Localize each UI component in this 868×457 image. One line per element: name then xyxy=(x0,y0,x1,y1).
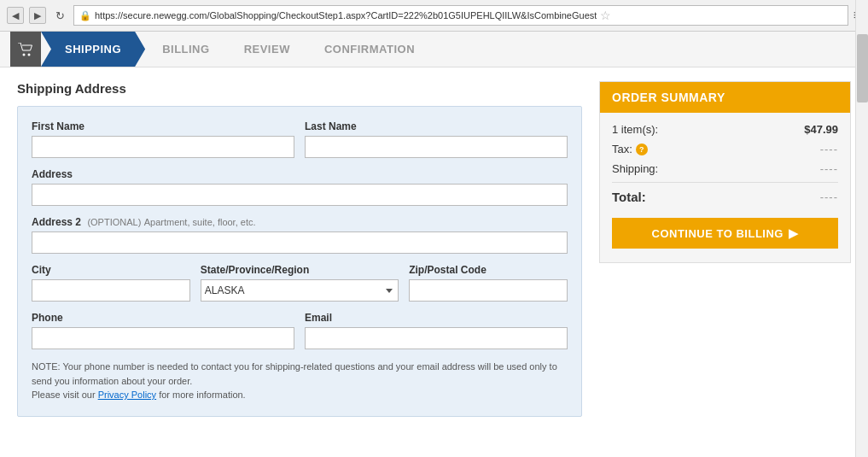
last-name-label: Last Name xyxy=(305,120,568,132)
email-group: Email xyxy=(305,312,568,349)
state-group: State/Province/Region ALASKA ALABAMA ARI… xyxy=(201,264,399,302)
address2-label: Address 2 (OPTIONAL) Apartment, suite, f… xyxy=(32,216,568,228)
email-label: Email xyxy=(305,312,568,324)
city-label: City xyxy=(32,264,190,276)
state-select[interactable]: ALASKA ALABAMA ARIZONA ARKANSAS CALIFORN… xyxy=(201,279,399,302)
cart-icon xyxy=(10,32,41,67)
checkout-steps: SHIPPING BILLING REVIEW CONFIRMATION xyxy=(0,32,868,67)
address-input[interactable] xyxy=(32,184,568,206)
address-bar[interactable]: 🔒 https://secure.newegg.com/GlobalShoppi… xyxy=(73,5,848,26)
page-wrapper: ◀ ▶ ↻ 🔒 https://secure.newegg.com/Global… xyxy=(0,0,868,457)
step-confirmation[interactable]: CONFIRMATION xyxy=(307,32,432,67)
zip-label: Zip/Postal Code xyxy=(409,264,568,276)
name-row: First Name Last Name xyxy=(32,120,568,158)
city-state-zip-row: City State/Province/Region ALASKA ALABAM… xyxy=(32,264,568,302)
first-name-input[interactable] xyxy=(32,136,294,158)
address-label: Address xyxy=(32,168,568,180)
first-name-label: First Name xyxy=(32,120,294,132)
tax-value: ---- xyxy=(820,143,838,155)
address-row: Address xyxy=(32,168,568,206)
url-text: https://secure.newegg.com/GlobalShopping… xyxy=(95,10,597,21)
phone-group: Phone xyxy=(32,312,294,349)
lock-icon: 🔒 xyxy=(79,10,91,21)
address2-row: Address 2 (OPTIONAL) Apartment, suite, f… xyxy=(32,216,568,254)
first-name-group: First Name xyxy=(32,120,294,158)
total-value: ---- xyxy=(820,190,838,203)
last-name-group: Last Name xyxy=(305,120,568,158)
order-summary-box: ORDER SUMMARY 1 item(s): $47.99 Tax: ? -… xyxy=(599,81,851,263)
shipping-form-section: Shipping Address First Name Last Name xyxy=(17,81,582,417)
city-group: City xyxy=(32,264,190,302)
last-name-input[interactable] xyxy=(305,136,568,158)
section-title: Shipping Address xyxy=(17,81,582,96)
browser-bar: ◀ ▶ ↻ 🔒 https://secure.newegg.com/Global… xyxy=(0,0,868,32)
phone-email-row: Phone Email xyxy=(32,312,568,349)
step-billing[interactable]: BILLING xyxy=(145,32,227,67)
shipping-label: Shipping: xyxy=(612,162,658,175)
form-container: First Name Last Name Address xyxy=(17,106,582,417)
items-label: 1 item(s): xyxy=(612,123,658,136)
main-content: Shipping Address First Name Last Name xyxy=(0,67,868,431)
continue-to-billing-button[interactable]: CONTINUE TO BILLING ▶ xyxy=(612,218,838,249)
note-text: NOTE: Your phone number is needed to con… xyxy=(32,360,568,402)
back-button[interactable]: ◀ xyxy=(7,7,24,24)
state-label: State/Province/Region xyxy=(201,264,399,276)
summary-divider xyxy=(612,182,838,183)
tax-label: Tax: ? xyxy=(612,143,648,155)
address-group: Address xyxy=(32,168,568,206)
order-summary-section: ORDER SUMMARY 1 item(s): $47.99 Tax: ? -… xyxy=(599,81,851,417)
step-review[interactable]: REVIEW xyxy=(227,32,307,67)
address2-group: Address 2 (OPTIONAL) Apartment, suite, f… xyxy=(32,216,568,254)
tax-info-icon[interactable]: ? xyxy=(636,144,648,155)
tax-row: Tax: ? ---- xyxy=(612,143,838,155)
step-shipping[interactable]: SHIPPING xyxy=(41,32,145,67)
refresh-button[interactable]: ↻ xyxy=(51,7,68,24)
phone-input[interactable] xyxy=(32,327,294,349)
city-input[interactable] xyxy=(32,279,190,302)
scrollbar-thumb[interactable] xyxy=(857,34,868,103)
order-summary-header: ORDER SUMMARY xyxy=(600,82,850,113)
svg-point-1 xyxy=(28,53,31,56)
total-row: Total: ---- xyxy=(612,190,838,204)
privacy-policy-link[interactable]: Privacy Policy xyxy=(98,390,156,400)
total-label: Total: xyxy=(612,190,646,204)
bookmark-icon[interactable]: ☆ xyxy=(600,9,611,22)
email-input[interactable] xyxy=(305,327,568,349)
items-value: $47.99 xyxy=(804,123,838,136)
zip-group: Zip/Postal Code xyxy=(409,264,568,302)
zip-input[interactable] xyxy=(409,279,568,302)
shipping-row: Shipping: ---- xyxy=(612,162,838,175)
items-row: 1 item(s): $47.99 xyxy=(612,123,838,136)
shipping-value: ---- xyxy=(820,162,838,175)
continue-arrow: ▶ xyxy=(789,226,799,240)
scrollbar-track[interactable] xyxy=(855,0,868,457)
address2-input[interactable] xyxy=(32,231,568,254)
forward-button[interactable]: ▶ xyxy=(29,7,46,24)
phone-label: Phone xyxy=(32,312,294,324)
svg-point-0 xyxy=(23,53,26,56)
order-summary-body: 1 item(s): $47.99 Tax: ? ---- Shipping: … xyxy=(600,113,850,262)
